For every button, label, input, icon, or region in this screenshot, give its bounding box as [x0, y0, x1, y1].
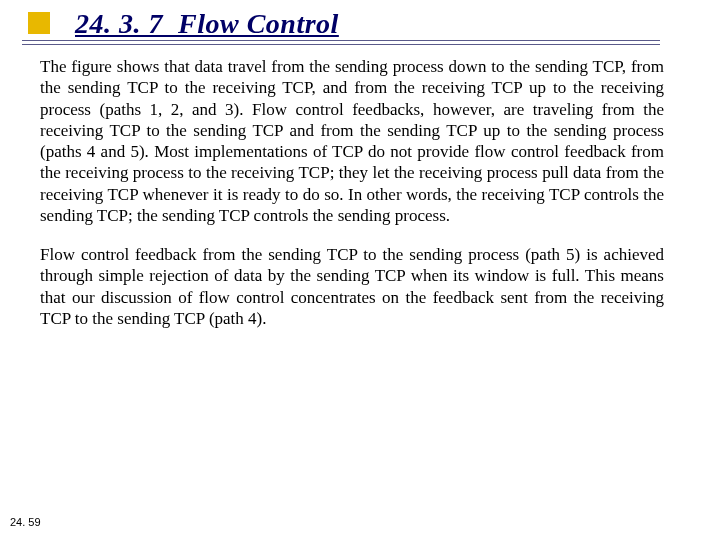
- heading-rule-top: [22, 40, 660, 41]
- heading-section-number: 24. 3. 7: [75, 8, 163, 39]
- heading-rule-bottom: [22, 44, 660, 45]
- slide-heading: 24. 3. 7 Flow Control: [0, 0, 720, 42]
- body-paragraph-1: The figure shows that data travel from t…: [40, 56, 664, 226]
- heading-title: Flow Control: [178, 8, 339, 39]
- heading-text: 24. 3. 7 Flow Control: [75, 8, 339, 39]
- heading-bullet-icon: [28, 12, 50, 34]
- slide-body: The figure shows that data travel from t…: [0, 42, 720, 329]
- page-number: 24. 59: [10, 516, 41, 528]
- body-paragraph-2: Flow control feedback from the sending T…: [40, 244, 664, 329]
